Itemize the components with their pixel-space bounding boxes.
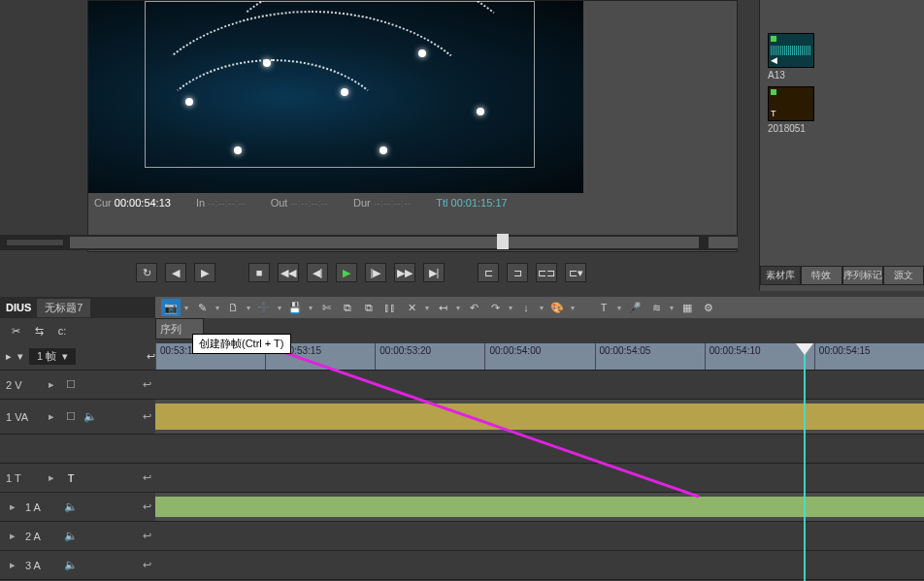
track-box-icon[interactable]: ☐ [64,378,78,392]
cut-button[interactable]: ✄ [316,299,336,316]
play-button[interactable]: ▶ [336,263,357,282]
step-back-button[interactable]: ◀| [307,263,328,282]
track-lane[interactable] [155,464,924,492]
scrub-track[interactable] [70,237,699,248]
track-expand-icon[interactable]: ▸ [6,559,19,572]
speaker-icon[interactable]: 🔈 [64,559,78,572]
dropdown-icon[interactable]: ▾ [615,304,623,312]
dropdown-icon[interactable]: ▾ [214,304,221,312]
track-header-1t[interactable]: 1 T ▸ T ↩ [0,464,155,492]
track-lane[interactable] [155,493,924,521]
create-still-button[interactable]: 📷 [161,299,181,316]
expand-icon[interactable]: ▸ [6,350,12,363]
dropdown-icon[interactable]: ▾ [245,304,252,312]
track-expand-icon[interactable]: ▸ [6,500,19,514]
bin-item[interactable]: ◀ A13 [768,33,814,81]
bin-item[interactable]: T 2018051 [768,86,814,134]
undo-button[interactable]: ↶ [464,299,483,316]
pen-tool-button[interactable]: ✎ [192,299,212,316]
return-icon[interactable]: ↩ [143,500,151,513]
dropdown-icon[interactable]: ▾ [423,304,431,312]
bin-thumb-2018051[interactable]: T [768,86,814,121]
bin-thumb-a13[interactable]: ◀ [768,33,814,68]
save-button[interactable]: 💾 [285,299,305,316]
title-icon[interactable]: T [64,471,78,485]
return-icon[interactable]: ↩ [143,410,151,423]
copy-button[interactable]: ⧉ [338,299,357,316]
preview-video[interactable] [88,1,583,193]
track-header-1a[interactable]: ▸ 1 A 🔈 ↩ [0,493,155,521]
track-header-3a[interactable]: ▸ 3 A 🔈 ↩ [0,551,155,579]
redo-button[interactable]: ↷ [485,299,505,316]
ripple-left-button[interactable]: ↤ [433,299,452,316]
dropdown-icon[interactable]: ▾ [182,304,190,312]
text-button[interactable]: T [594,299,613,316]
scrub-mini[interactable] [6,239,64,246]
clip[interactable] [155,403,924,430]
scrub-bar[interactable] [0,235,738,250]
track-lane[interactable] [155,435,924,463]
return-icon[interactable]: ↩ [143,530,151,542]
mic-button[interactable]: 🎤 [625,299,644,316]
bin-tab-library[interactable]: 素材库 [760,266,801,285]
delete-button[interactable]: ✕ [402,299,421,316]
track-lane[interactable] [155,551,924,579]
track-header-2v[interactable]: 2 V ▸ ☐ ↩ [0,371,155,399]
dropdown-icon[interactable]: ▾ [569,304,577,312]
mark-in-button[interactable]: ⊏ [478,263,499,282]
bin-tab-effects[interactable]: 特效 [801,266,842,285]
track-lane[interactable] [155,522,924,550]
fast-fwd-button[interactable]: ▶▶ [394,263,415,282]
playhead-icon[interactable] [796,343,813,355]
scrub-right[interactable] [709,237,738,248]
rewind-button[interactable]: ◀◀ [278,263,299,282]
dropdown-icon[interactable]: ▾ [454,304,462,312]
clip[interactable] [155,497,924,517]
paste-button[interactable]: ⧉ [359,299,379,316]
link-mode-button[interactable]: c: [52,322,72,339]
fx-button[interactable]: ≋ [646,299,666,316]
settings-button[interactable]: ⚙ [699,299,718,316]
dropdown-icon[interactable]: ▾ [276,304,283,312]
return-icon[interactable]: ↩ [143,559,151,571]
go-end-button[interactable]: ▶| [423,263,445,282]
down-button[interactable]: ↓ [516,299,536,316]
track-expand-icon[interactable]: ▸ [45,378,58,392]
bin-tab-source[interactable]: 源文 [883,266,924,285]
scrub-thumb[interactable] [497,234,509,249]
return-icon[interactable]: ↩ [143,378,151,391]
track-header-1va[interactable]: 1 VA ▸ ☐ 🔈 ↩ [0,400,155,434]
cut-mode-button[interactable]: ✂ [6,322,25,339]
loop-button[interactable]: ↻ [136,263,157,282]
track-box-icon[interactable]: ☐ [64,410,78,424]
return-icon[interactable]: ↩ [147,350,155,363]
split-button[interactable]: ⫿⫿ [380,299,400,316]
ripple-mode-button[interactable]: ⇆ [29,322,49,339]
track-lane[interactable] [155,400,924,434]
bin-tab-markers[interactable]: 序列标记 [842,266,883,285]
return-icon[interactable]: ↩ [143,471,151,484]
grid-button[interactable]: ▦ [677,299,697,316]
add-button[interactable]: ➕ [254,299,274,316]
mark-io-button[interactable]: ⊏⊐ [536,263,557,282]
track-header-2a[interactable]: ▸ 2 A 🔈 ↩ [0,522,155,550]
dropdown-icon[interactable]: ▾ [507,304,514,312]
track-expand-icon[interactable]: ▸ [6,530,19,543]
dropdown-icon[interactable]: ▾ [668,304,676,312]
new-button[interactable]: 🗋 [223,299,243,316]
collapse-icon[interactable]: ▾ [17,350,23,363]
track-lane[interactable] [155,371,924,399]
speaker-icon[interactable]: 🔈 [64,500,78,514]
step-fwd-button[interactable]: |▶ [365,263,386,282]
track-expand-icon[interactable]: ▸ [45,471,58,485]
track-expand-icon[interactable]: ▸ [45,410,58,424]
mark-out-button[interactable]: ⊐ [507,263,528,282]
next-button[interactable]: ▶ [194,263,215,282]
speaker-icon[interactable]: 🔈 [83,410,97,424]
zoom-dropdown[interactable]: 1 帧 ▾ [29,348,76,365]
speaker-icon[interactable]: 🔈 [64,530,78,543]
dropdown-icon[interactable]: ▾ [307,304,314,312]
mark-clip-button[interactable]: ⊏▾ [565,263,586,282]
dropdown-icon[interactable]: ▾ [538,304,545,312]
stop-button[interactable]: ■ [248,263,270,282]
